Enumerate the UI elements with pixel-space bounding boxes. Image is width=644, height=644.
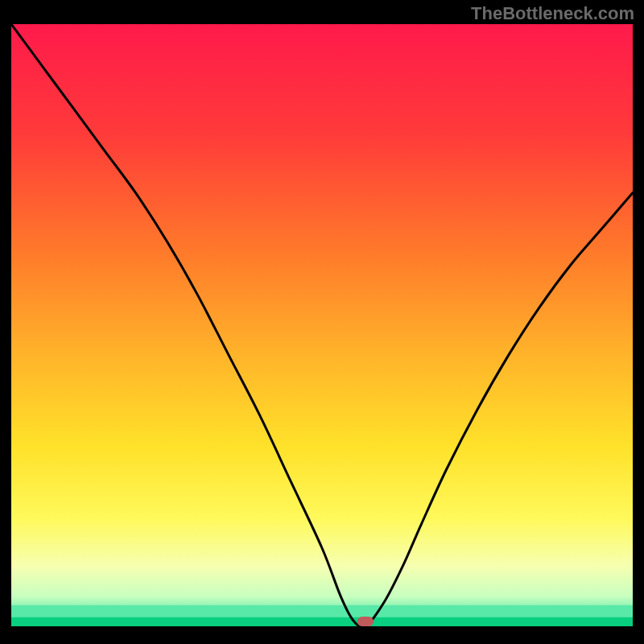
watermark-text: TheBottleneck.com <box>471 3 634 24</box>
optimum-marker <box>357 617 374 626</box>
plot-area <box>11 24 633 626</box>
bottleneck-chart: TheBottleneck.com <box>0 0 644 644</box>
bottleneck-curve <box>11 24 633 626</box>
